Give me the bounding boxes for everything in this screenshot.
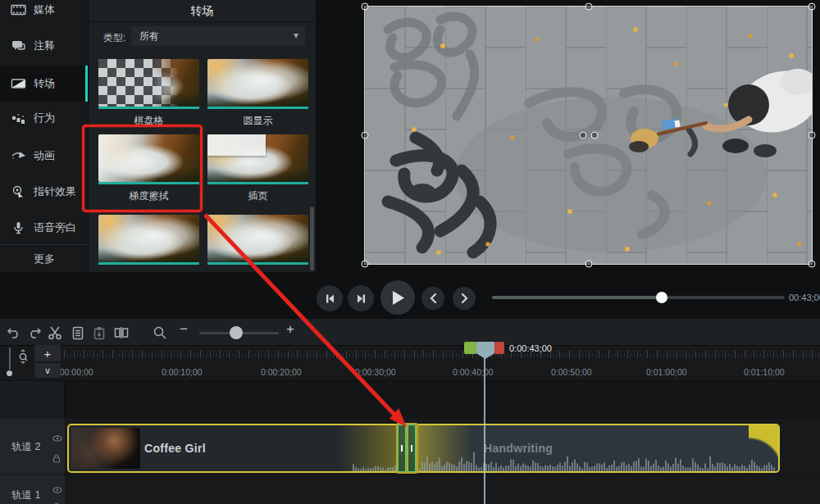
ruler-label: 0:00:30;00	[355, 367, 396, 377]
transition-half-left[interactable]	[398, 425, 406, 472]
sidebar-item-annotations[interactable]: 注释	[0, 28, 89, 64]
next-frame-button[interactable]	[348, 285, 374, 311]
cut-icon[interactable]	[46, 324, 64, 342]
animation-icon	[11, 149, 26, 162]
transition-item-gradient-wipe[interactable]: 梯度擦拭	[98, 134, 199, 203]
sidebar-more-button[interactable]: 更多	[0, 244, 89, 272]
track-height-slider[interactable]	[9, 347, 11, 370]
sidebar-item-cursor-effects[interactable]: 指针效果	[0, 174, 89, 210]
zoom-search-icon[interactable]	[151, 324, 169, 342]
sidebar-item-animations[interactable]: 动画	[0, 138, 89, 174]
split-icon[interactable]	[112, 324, 130, 342]
thumbnail-underline	[207, 107, 308, 109]
chevron-down-icon: ▾	[294, 30, 298, 41]
transition-thumbnail[interactable]	[207, 59, 308, 107]
transition-label: 梯度擦拭	[98, 189, 199, 203]
playhead-line	[484, 358, 485, 504]
paste-icon[interactable]	[90, 324, 108, 342]
collapse-tracks-button[interactable]: ∨	[34, 363, 61, 378]
sidebar-item-label: 语音旁白	[34, 220, 76, 235]
water-calligraphy-scene	[365, 7, 812, 264]
redo-button[interactable]	[25, 324, 43, 342]
ruler-label: 0:00:20;00	[261, 367, 302, 377]
playback-time: 00:43;00	[789, 293, 820, 302]
clip-coffee-girl[interactable]: Coffee Girl	[67, 424, 407, 473]
timeline-toolbar: − +	[0, 318, 820, 346]
zoom-out-icon[interactable]: −	[180, 321, 188, 338]
transition-item-5[interactable]	[98, 215, 199, 270]
ruler-label: 0:00:50;00	[551, 367, 592, 377]
next-clip-button[interactable]	[453, 287, 476, 310]
clip-label: Coffee Girl	[144, 442, 206, 455]
scrub-bar-knob[interactable]	[656, 292, 667, 303]
sidebar-item-media[interactable]: 媒体	[0, 0, 89, 28]
sidebar-item-label: 媒体	[34, 2, 55, 17]
eye-icon[interactable]	[52, 430, 62, 445]
transition-item-insert-page[interactable]: 插页	[207, 134, 308, 203]
panel-title: 转场	[89, 4, 316, 19]
video-editor-window: 媒体 注释 转场 行为 动画	[0, 0, 820, 504]
sidebar-item-label: 注释	[34, 39, 55, 53]
sidebar-item-voice-narration[interactable]: 语音旁白	[0, 210, 89, 246]
playhead-in-handle[interactable]	[464, 342, 476, 354]
track-1-lane[interactable]	[66, 475, 820, 504]
transition-label: 棋盘格	[98, 114, 199, 128]
copy-icon[interactable]	[69, 324, 87, 342]
sidebar-more-label: 更多	[34, 252, 55, 266]
transition-item-6[interactable]	[207, 215, 308, 270]
clip-handwriting[interactable]: Handwriting	[407, 424, 780, 473]
transition-item-checkerboard[interactable]: 棋盘格	[98, 59, 199, 128]
wet-sheen	[455, 97, 767, 252]
transition-thumbnail[interactable]	[98, 59, 199, 107]
add-track-button[interactable]: +	[34, 345, 61, 361]
transition-half-right[interactable]	[408, 425, 416, 472]
lock-icon[interactable]	[52, 500, 61, 504]
tools-sidebar: 媒体 注释 转场 行为 动画	[0, 0, 89, 272]
track-2-header[interactable]: 轨道 2	[0, 419, 65, 474]
thumbnail-underline	[98, 107, 199, 109]
type-select-value: 所有	[139, 30, 159, 43]
transition-thumbnail[interactable]	[207, 215, 308, 262]
transition-item-circle-reveal[interactable]: 圆显示	[207, 59, 308, 128]
ruler-label: 0:01:00;00	[646, 367, 687, 377]
microphone-icon	[11, 221, 26, 234]
sidebar-item-label: 行为	[34, 111, 55, 125]
previous-clip-button[interactable]	[421, 287, 444, 310]
ruler-label: 0:01:10;00	[744, 367, 785, 377]
canvas-preview	[316, 0, 820, 318]
lock-icon[interactable]	[52, 452, 61, 466]
transition-thumbnail[interactable]	[98, 215, 199, 262]
transition-thumbnail[interactable]	[98, 134, 199, 182]
thumbnail-underline	[207, 182, 308, 184]
sidebar-item-transitions[interactable]: 转场	[0, 66, 89, 102]
eye-icon[interactable]	[52, 482, 62, 497]
track-1-header[interactable]: 轨道 1	[0, 475, 65, 504]
sidebar-item-behaviors[interactable]: 行为	[0, 100, 89, 136]
panel-separator	[89, 21, 316, 22]
thumbnail-underline	[98, 262, 199, 265]
transitions-panel: 转场 类型: 所有 ▾ 棋盘格 圆显示 梯度擦拭 插页	[89, 0, 316, 272]
behaviors-icon	[11, 111, 26, 125]
transition-thumbnail[interactable]	[207, 134, 308, 182]
previous-frame-button[interactable]	[317, 285, 343, 311]
zoom-in-icon[interactable]: +	[286, 321, 294, 338]
timeline-zoom-slider-thumb[interactable]	[230, 326, 243, 339]
applied-transition-marker[interactable]	[396, 423, 418, 474]
undo-button[interactable]	[5, 324, 23, 342]
play-button[interactable]	[380, 280, 415, 315]
timeline-ruler[interactable]: 0:00:00;00 0:00:10;00 0:00:20;00 0:00:30…	[0, 346, 820, 381]
playhead-time-label: 0:00:43;00	[509, 343, 552, 353]
clip-thumbnail	[71, 428, 140, 469]
transition-label: 圆显示	[207, 114, 308, 128]
film-icon	[11, 3, 26, 16]
ruler-label: 0:00:40;00	[453, 367, 494, 377]
transition-icon	[11, 77, 26, 90]
scrub-bar-progress	[492, 296, 662, 299]
track-zoom-icon	[14, 347, 32, 366]
playhead-out-handle[interactable]	[494, 342, 504, 354]
panel-scrollbar[interactable]	[310, 207, 314, 270]
video-frame[interactable]	[365, 7, 812, 264]
track-name: 轨道 2	[11, 440, 40, 454]
type-select[interactable]: 所有 ▾	[131, 26, 305, 46]
track-height-slider-thumb[interactable]	[7, 370, 12, 376]
